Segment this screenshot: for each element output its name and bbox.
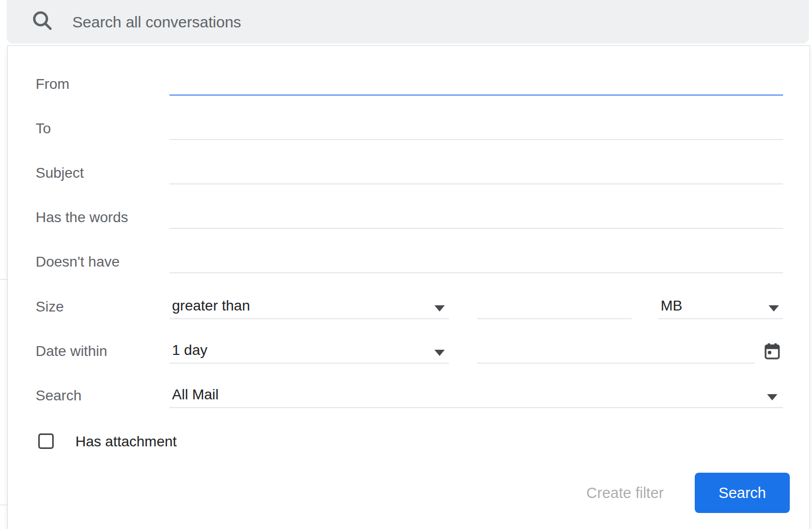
size-amount-field bbox=[477, 289, 632, 319]
search-icon bbox=[30, 9, 54, 33]
advanced-search-screen: From To Subject Has the words Doesn't ha… bbox=[0, 0, 812, 529]
scope-select[interactable]: All Mail bbox=[169, 378, 783, 408]
chevron-down-icon bbox=[434, 350, 445, 356]
from-label: From bbox=[36, 77, 69, 91]
size-unit-value: MB bbox=[661, 299, 682, 313]
calendar-icon[interactable] bbox=[763, 342, 782, 361]
from-input[interactable] bbox=[169, 66, 787, 95]
doesnt-have-label: Doesn't have bbox=[36, 255, 120, 269]
subject-label: Subject bbox=[36, 166, 84, 180]
search-filter-panel: From To Subject Has the words Doesn't ha… bbox=[7, 45, 810, 529]
to-field bbox=[169, 110, 783, 140]
has-words-label: Has the words bbox=[36, 210, 128, 225]
size-unit-select[interactable]: MB bbox=[658, 289, 783, 319]
to-label: To bbox=[36, 121, 51, 136]
date-range-value: 1 day bbox=[172, 343, 208, 357]
date-within-label: Date within bbox=[36, 344, 107, 359]
chevron-down-icon bbox=[767, 394, 777, 400]
from-field bbox=[169, 66, 783, 96]
size-comparator-select[interactable]: greater than bbox=[169, 289, 449, 319]
background-divider bbox=[0, 505, 7, 505]
scope-value: All Mail bbox=[172, 387, 218, 402]
chevron-down-icon bbox=[434, 305, 445, 312]
size-comparator-value: greater than bbox=[172, 299, 250, 313]
size-amount-input[interactable] bbox=[477, 289, 636, 318]
background-divider bbox=[0, 279, 7, 279]
search-bar[interactable] bbox=[7, 0, 809, 43]
subject-input[interactable] bbox=[169, 154, 787, 183]
has-words-field bbox=[169, 199, 783, 229]
search-button[interactable]: Search bbox=[695, 473, 790, 513]
size-label: Size bbox=[36, 300, 64, 314]
has-attachment-label: Has attachment bbox=[75, 434, 177, 449]
date-range-select[interactable]: 1 day bbox=[169, 334, 449, 364]
create-filter-button[interactable]: Create filter bbox=[563, 477, 688, 508]
doesnt-have-field bbox=[169, 243, 783, 273]
date-field bbox=[477, 334, 755, 364]
search-input[interactable] bbox=[71, 0, 745, 44]
to-input[interactable] bbox=[169, 110, 787, 139]
scope-label: Search bbox=[36, 388, 82, 403]
subject-field bbox=[169, 154, 783, 184]
date-input[interactable] bbox=[477, 334, 759, 363]
has-attachment-checkbox[interactable] bbox=[38, 433, 54, 449]
chevron-down-icon bbox=[769, 305, 779, 312]
doesnt-have-input[interactable] bbox=[169, 243, 787, 272]
has-words-input[interactable] bbox=[169, 199, 787, 228]
